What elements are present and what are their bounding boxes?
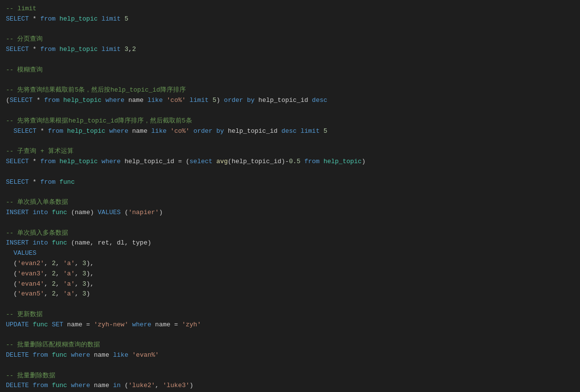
line-36 <box>6 361 574 371</box>
line-29: ('evan5', 2, 'a', 3) <box>6 289 574 299</box>
line-18: SELECT * from func <box>6 177 574 188</box>
line-13: SELECT * from help_topic where name like… <box>6 126 574 137</box>
line-33 <box>6 330 574 341</box>
line-19 <box>6 187 574 197</box>
line-31: -- 更新数据 <box>6 310 574 320</box>
line-20: -- 单次插入单条数据 <box>6 197 574 208</box>
line-8 <box>6 75 574 86</box>
code-editor: -- limit SELECT * from help_topic limit … <box>0 0 580 392</box>
line-26: ('evan2', 2, 'a', 3), <box>6 259 574 269</box>
line-4: -- 分页查询 <box>6 34 574 45</box>
line-34: -- 批量删除匹配模糊查询的数据 <box>6 340 574 350</box>
line-12: -- 先将查询结果根据help_topic_id降序排序，然后截取前5条 <box>6 116 574 126</box>
line-14 <box>6 136 574 147</box>
line-27: ('evan3', 2, 'a', 3), <box>6 269 574 279</box>
line-17 <box>6 167 574 177</box>
line-3 <box>6 24 574 35</box>
line-21: INSERT into func (name) VALUES ('napier'… <box>6 208 574 218</box>
line-30 <box>6 299 574 310</box>
line-38: DELETE from func where name in ('luke2',… <box>6 381 574 391</box>
line-23: -- 单次插入多条数据 <box>6 228 574 239</box>
line-15: -- 子查询 + 算术运算 <box>6 147 574 157</box>
line-28: ('evan4', 2, 'a', 3), <box>6 279 574 290</box>
line-11 <box>6 106 574 116</box>
line-1: -- limit <box>6 4 574 14</box>
line-5: SELECT * from help_topic limit 3,2 <box>6 45 574 55</box>
line-22 <box>6 218 574 228</box>
line-24: INSERT into func (name, ret, dl, type) <box>6 238 574 248</box>
line-32: UPDATE func SET name = 'zyh-new' where n… <box>6 320 574 330</box>
line-10: (SELECT * from help_topic where name lik… <box>6 96 574 106</box>
line-7: -- 模糊查询 <box>6 65 574 75</box>
line-9: -- 先将查询结果截取前5条，然后按help_topic_id降序排序 <box>6 85 574 96</box>
line-2: SELECT * from help_topic limit 5 <box>6 14 574 24</box>
line-35: DELETE from func where name like 'evan%' <box>6 350 574 361</box>
line-25: VALUES <box>6 248 574 259</box>
line-16: SELECT * from help_topic where help_topi… <box>6 157 574 167</box>
line-6 <box>6 55 574 65</box>
line-37: -- 批量删除数据 <box>6 371 574 381</box>
